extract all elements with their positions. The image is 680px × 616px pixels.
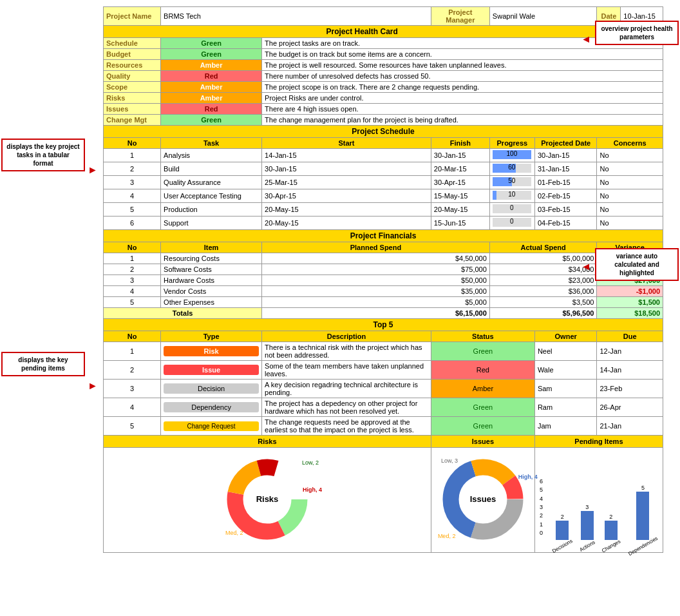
financials-header-row: No Item Planned Spend Actual Spend Varia… bbox=[104, 242, 663, 253]
schedule-title: Project Schedule bbox=[104, 126, 663, 138]
project-name-label: Project Name bbox=[104, 7, 161, 26]
health-row-schedule: Schedule Green The project tasks are on … bbox=[104, 38, 663, 49]
type-badge-4: Dependency bbox=[164, 402, 259, 412]
schedule-row-3: 3 Quality Assurance 25-Mar-15 30-Apr-15 … bbox=[104, 176, 663, 189]
health-row-scope: Scope Amber The project scope is on trac… bbox=[104, 82, 663, 93]
health-card-title-row: Project Health Card Green bbox=[104, 26, 663, 38]
top5-row-4: 4 Dependency The project has a depedency… bbox=[104, 398, 663, 417]
annotation-pending: displays the key pending items bbox=[1, 352, 85, 376]
progress-bar-5: 0 bbox=[493, 204, 531, 213]
health-row-issues: Issues Red There are 4 high issues open. bbox=[104, 104, 663, 115]
financials-row-5: 5 Other Expenses $5,000 $3,500 $1,500 bbox=[104, 297, 663, 308]
financials-row-2: 2 Software Costs $75,000 $34,000 $41,000 bbox=[104, 264, 663, 275]
progress-bar-4: 10 bbox=[493, 191, 531, 200]
pending-chart-title: Pending Items bbox=[534, 436, 663, 448]
risks-chart-title: Risks bbox=[104, 436, 431, 448]
type-badge-1: Risk bbox=[164, 346, 259, 356]
pending-chart-cell: 0 1 2 3 4 5 6 2 bbox=[534, 448, 663, 553]
health-row-quality: Quality Red There number of unresolved d… bbox=[104, 71, 663, 82]
charts-row: Risks Low, 2 High, 4 Med, 2 bbox=[104, 448, 663, 553]
type-badge-5: Change Request bbox=[164, 421, 259, 431]
issues-donut-svg: Issues bbox=[438, 454, 528, 544]
financials-row-4: 4 Vendor Costs $35,000 $36,000 -$1,000 bbox=[104, 286, 663, 297]
bar-decisions: 2 Decisions bbox=[551, 514, 574, 549]
progress-bar-2: 60 bbox=[493, 164, 531, 173]
health-row-budget: Budget Green The budget is on track but … bbox=[104, 49, 663, 60]
issues-chart-cell: Issues Low, 3 High, 4 Med, 2 bbox=[431, 448, 534, 553]
arrow-schedule: ► bbox=[88, 164, 98, 176]
progress-bar-1: 100 bbox=[493, 150, 531, 159]
annotation-health-overview: overview project health parameters bbox=[595, 21, 679, 45]
project-manager-label: Project Manager bbox=[431, 7, 489, 26]
progress-bar-6: 0 bbox=[493, 218, 531, 227]
arrow-pending: ► bbox=[88, 380, 98, 392]
svg-text:Issues: Issues bbox=[470, 494, 496, 504]
svg-text:Risks: Risks bbox=[256, 494, 279, 504]
table-wrapper: Project Name BRMS Tech Project Manager S… bbox=[103, 6, 663, 553]
schedule-row-6: 6 Support 20-May-15 15-Jun-15 0 04-Feb-1… bbox=[104, 217, 663, 230]
schedule-header-row: No Task Start Finish Progress Projected … bbox=[104, 138, 663, 149]
financials-row-3: 3 Hardware Costs $50,000 $23,000 $27,000 bbox=[104, 275, 663, 286]
schedule-title-row: Project Schedule bbox=[104, 126, 663, 138]
top5-row-1: 1 Risk There is a technical risk with th… bbox=[104, 342, 663, 361]
health-row-risks: Risks Amber Project Risks are under cont… bbox=[104, 93, 663, 104]
bar-changes: 2 Changes bbox=[601, 514, 621, 549]
project-header-row: Project Name BRMS Tech Project Manager S… bbox=[104, 7, 663, 26]
health-row-resources: Resources Amber The project is well reso… bbox=[104, 60, 663, 71]
top5-header-row: No Type Description Status Owner Due bbox=[104, 331, 663, 342]
annotation-schedule: displays the key project tasks in a tabu… bbox=[1, 139, 85, 171]
schedule-row-1: 1 Analysis 14-Jan-15 30-Jan-15 100 30-Ja… bbox=[104, 149, 663, 162]
bar-actions: 3 Actions bbox=[579, 504, 596, 549]
project-name-value: BRMS Tech bbox=[161, 7, 431, 26]
type-badge-2: Issue bbox=[164, 365, 259, 375]
main-container: overview project health parameters displ… bbox=[0, 0, 680, 616]
issues-chart-title: Issues bbox=[431, 436, 534, 448]
schedule-row-4: 4 User Acceptance Testing 30-Apr-15 15-M… bbox=[104, 189, 663, 203]
project-manager-value: Swapnil Wale bbox=[489, 7, 597, 26]
pending-bar-chart: 0 1 2 3 4 5 6 2 bbox=[551, 478, 659, 549]
financials-row-1: 1 Resourcing Costs $4,50,000 $5,00,000 -… bbox=[104, 253, 663, 264]
health-card-title: Project Health Card bbox=[104, 26, 621, 38]
financials-totals-row: Totals $6,15,000 $5,96,500 $18,500 bbox=[104, 308, 663, 319]
schedule-row-5: 5 Production 20-May-15 20-May-15 0 03-Fe… bbox=[104, 203, 663, 217]
annotation-variance: variance auto calculated and highlighted bbox=[595, 248, 679, 281]
progress-bar-3: 50 bbox=[493, 177, 531, 186]
top5-title-row: Top 5 bbox=[104, 319, 663, 331]
top5-row-3: 3 Decision A key decision regadring tech… bbox=[104, 380, 663, 398]
schedule-row-2: 2 Build 30-Jan-15 20-Mar-15 60 31-Jan-15… bbox=[104, 162, 663, 176]
project-table: Project Name BRMS Tech Project Manager S… bbox=[103, 6, 663, 553]
arrow-variance: ◄ bbox=[581, 261, 591, 273]
type-badge-3: Decision bbox=[164, 383, 259, 394]
charts-header-row: Risks Issues Pending Items bbox=[104, 436, 663, 448]
financials-title: Project Financials bbox=[104, 230, 663, 242]
top5-row-2: 2 Issue Some of the team members have ta… bbox=[104, 361, 663, 380]
risks-chart-cell: Risks Low, 2 High, 4 Med, 2 bbox=[104, 448, 431, 553]
health-row-changemgt: Change Mgt Green The change management p… bbox=[104, 115, 663, 126]
top5-title: Top 5 bbox=[104, 319, 663, 331]
arrow-health: ◄ bbox=[581, 34, 591, 45]
top5-row-5: 5 Change Request The change requests nee… bbox=[104, 417, 663, 436]
financials-title-row: Project Financials bbox=[104, 230, 663, 242]
bar-dependencies: 5 Dependencies bbox=[627, 485, 659, 549]
